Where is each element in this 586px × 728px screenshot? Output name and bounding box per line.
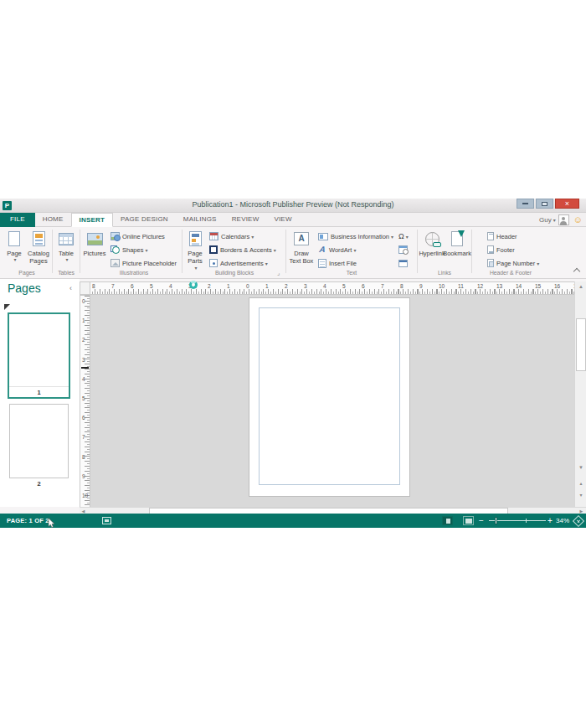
date-time-button[interactable] — [398, 244, 410, 256]
insert-ribbon: Page Catalog Pages Pages Table Tables Pi… — [0, 227, 586, 279]
header-button[interactable]: Header — [487, 230, 517, 242]
ruler-number: 3 — [82, 357, 85, 363]
building-blocks-group-label: Building Blocks — [201, 270, 268, 276]
ruler-position-marker — [81, 367, 89, 369]
footer-button[interactable]: Footer — [487, 244, 515, 256]
fit-to-window-button[interactable] — [573, 515, 584, 527]
ruler-number: 8 — [82, 454, 85, 460]
bookmark-button[interactable]: Bookmark — [445, 229, 470, 274]
workspace-canvas[interactable] — [90, 295, 574, 507]
page-icon — [8, 231, 20, 246]
tab-home[interactable]: HOME — [35, 213, 71, 227]
ruler-number: 7 — [381, 283, 384, 289]
scroll-up-icon[interactable]: ▲ — [576, 281, 586, 292]
symbol-icon: Ω — [398, 232, 404, 240]
ribbon-tab-bar: FILE HOME INSERT PAGE DESIGN MAILINGS RE… — [0, 213, 586, 227]
margin-guides — [259, 307, 400, 485]
pages-group-label: Pages — [5, 270, 49, 276]
zoom-slider-track[interactable] — [489, 520, 546, 521]
tab-view[interactable]: VIEW — [266, 213, 299, 227]
shapes-button[interactable]: Shapes — [111, 244, 147, 256]
restore-button[interactable] — [536, 199, 553, 209]
hyperlink-button[interactable]: Hyperlink — [419, 229, 445, 274]
tab-insert[interactable]: INSERT — [71, 213, 114, 227]
two-page-view-button[interactable] — [463, 516, 474, 525]
panel-corner-icon — [4, 304, 10, 310]
collapse-panel-icon[interactable]: ‹ — [69, 284, 72, 292]
next-page-icon[interactable]: ▾ — [576, 491, 586, 499]
scroll-down-icon[interactable]: ▼ — [576, 462, 586, 472]
ruler-number: 2 — [285, 283, 288, 289]
tab-page-design[interactable]: PAGE DESIGN — [113, 213, 176, 227]
object-status-icon[interactable] — [102, 517, 111, 524]
previous-page-icon[interactable]: ▴ — [576, 479, 586, 488]
minimize-button[interactable] — [517, 199, 534, 209]
page-indicator[interactable]: PAGE: 1 OF 2 — [7, 517, 49, 524]
vertical-scrollbar-thumb[interactable] — [576, 318, 586, 371]
advertisements-button[interactable]: Advertisements — [209, 257, 268, 269]
publisher-window: P Publication1 - Microsoft Publisher Pre… — [0, 199, 586, 528]
date-time-icon — [398, 245, 408, 254]
tab-file[interactable]: FILE — [0, 213, 35, 227]
draw-text-box-button[interactable]: A Draw Text Box — [288, 229, 315, 274]
catalog-pages-icon — [33, 231, 45, 246]
horizontal-scrollbar[interactable]: ◀ ▶ — [80, 507, 586, 514]
advertisements-icon — [209, 259, 218, 267]
tab-review[interactable]: REVIEW — [224, 213, 267, 227]
page-button[interactable]: Page — [3, 229, 25, 274]
catalog-pages-button[interactable]: Catalog Pages — [25, 229, 52, 274]
mouse-cursor — [48, 516, 55, 531]
page-thumbnail-1-label: 1 — [9, 386, 69, 397]
ruler-number: 5 — [150, 283, 153, 289]
zoom-in-button[interactable]: + — [547, 516, 553, 525]
page-number-button[interactable]: Page Number — [487, 257, 539, 269]
object-button[interactable] — [398, 257, 410, 269]
ruler-number: 13 — [496, 283, 502, 289]
vertical-ruler[interactable]: 012345678910 — [80, 295, 90, 507]
tables-group-label: Tables — [55, 270, 77, 276]
wordart-button[interactable]: A WordArt — [318, 244, 356, 256]
pages-panel: 1 2 — [0, 297, 80, 507]
page-parts-button[interactable]: Page Parts — [183, 229, 207, 274]
ruler-number: 1 — [265, 283, 269, 289]
user-menu[interactable]: Guy — [539, 216, 556, 224]
vertical-scrollbar[interactable]: ▲ ▼ ▴ ▾ — [574, 281, 586, 507]
user-avatar-icon[interactable] — [558, 214, 569, 225]
illustrations-group-label: Illustrations — [100, 270, 167, 276]
calendars-button[interactable]: Calendars — [209, 230, 254, 242]
zoom-slider-thumb[interactable] — [495, 517, 497, 524]
borders-accents-button[interactable]: Borders & Accents — [209, 244, 276, 256]
pictures-button[interactable]: Pictures — [82, 229, 107, 274]
single-page-view-button[interactable] — [442, 516, 453, 525]
picture-placeholder-icon — [111, 259, 120, 267]
page-thumbnail-2[interactable] — [9, 404, 69, 478]
text-group-label: Text — [335, 270, 368, 276]
ruler-number: 4 — [323, 283, 326, 289]
close-icon: × — [565, 199, 569, 208]
business-information-button[interactable]: Business Information — [318, 230, 393, 242]
table-button[interactable]: Table — [54, 229, 78, 274]
online-pictures-button[interactable]: Online Pictures — [111, 230, 165, 242]
shapes-icon — [111, 245, 120, 254]
symbol-button[interactable]: Ω — [398, 230, 409, 242]
publication-page[interactable] — [249, 297, 410, 497]
collapse-ribbon-icon[interactable] — [574, 267, 579, 272]
ruler-number: 11 — [458, 283, 464, 289]
close-button[interactable]: × — [555, 199, 579, 209]
online-pictures-icon — [111, 232, 120, 240]
page-thumbnail-1[interactable]: 1 — [8, 312, 70, 399]
feedback-smiley-icon[interactable]: ☺ — [573, 215, 583, 225]
tab-mailings[interactable]: MAILINGS — [176, 213, 224, 227]
picture-placeholder-button[interactable]: Picture Placeholder — [111, 257, 177, 269]
ruler-number: 4 — [82, 376, 85, 382]
building-blocks-dialog-launcher[interactable]: ⌟ — [277, 270, 280, 276]
ruler-number: 1 — [82, 318, 85, 323]
footer-icon — [487, 245, 494, 254]
zoom-out-button[interactable]: − — [479, 516, 484, 525]
horizontal-ruler[interactable]: 8765432101234567891011121314151617 — [80, 281, 574, 295]
ruler-number: 5 — [342, 283, 346, 289]
insert-file-button[interactable]: Insert File — [318, 257, 357, 269]
zoom-level[interactable]: 34% — [556, 517, 569, 524]
ruler-number: 0 — [246, 283, 249, 289]
ruler-number: 2 — [82, 337, 85, 343]
